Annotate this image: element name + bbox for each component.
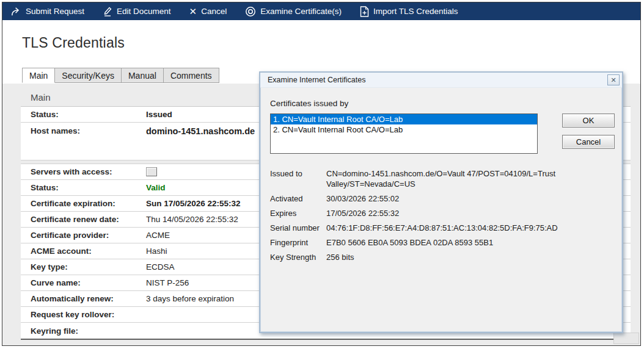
detail-value: 17/05/2026 22:55:32	[326, 208, 399, 218]
certificate-list-item[interactable]: 1. CN=Vault Internal Root CA/O=Lab	[271, 114, 537, 124]
field-label: ACME account:	[21, 246, 146, 256]
detail-label: Key Strength	[270, 252, 326, 262]
field-value: Issued	[146, 110, 172, 119]
certificate-listbox[interactable]: 1. CN=Vault Internal Root CA/O=Lab 2. CN…	[270, 113, 538, 154]
field-label: Certificate provider:	[21, 231, 146, 240]
servers-with-access-picker-button[interactable]	[146, 167, 157, 176]
examine-internet-certificates-dialog: Examine Internet Certificates ✕ Certific…	[259, 71, 623, 333]
dialog-title: Examine Internet Certificates	[268, 76, 607, 84]
detail-label: Activated	[270, 193, 326, 204]
field-label: Status:	[21, 110, 146, 119]
detail-row-activated: Activated 30/03/2026 22:55:02	[270, 193, 612, 204]
detail-value: 256 bits	[326, 252, 354, 262]
detail-label: Issued to	[270, 168, 326, 189]
import-tls-credentials-button[interactable]: Import TLS Credentials	[360, 6, 458, 17]
toolbar-item-label: Import TLS Credentials	[373, 7, 458, 16]
certificate-details: Issued to CN=domino-1451.nashcom.de/O=Va…	[270, 168, 612, 262]
tab-comments[interactable]: Comments	[164, 68, 219, 83]
field-value: 3 days before expiration	[146, 294, 234, 303]
field-value: ECDSA	[146, 262, 175, 272]
scrollbar-corner	[613, 333, 639, 344]
detail-value: E7B0 5606 EB0A 5093 BDEA 02DA 8593 55B1	[326, 237, 493, 248]
toolbar-item-label: Cancel	[201, 7, 227, 16]
detail-value: 04:76:1F:D8:FF:56:E7:A4:D8:87:51:AC:13:0…	[326, 223, 558, 233]
app-window: Submit Request Edit Document ✕ Cancel Ex…	[2, 2, 641, 346]
dialog-button-column: OK Cancel	[562, 113, 615, 149]
cancel-button[interactable]: ✕ Cancel	[189, 7, 227, 16]
field-label: Key type:	[21, 262, 146, 272]
detail-value: 30/03/2026 22:55:02	[326, 193, 399, 204]
ok-button[interactable]: OK	[562, 113, 615, 128]
field-value: Hashi	[146, 246, 167, 256]
tab-security-keys[interactable]: Security/Keys	[55, 68, 122, 83]
field-label: Certificate expiration:	[21, 199, 146, 208]
examine-circle-icon	[245, 6, 256, 17]
field-label: Request key rollover:	[21, 310, 146, 319]
toolbar-item-label: Edit Document	[117, 7, 171, 16]
dialog-body: Certificates issued by 1. CN=Vault Inter…	[260, 88, 622, 332]
import-document-icon	[360, 6, 369, 17]
field-label: Status:	[21, 183, 146, 192]
dialog-titlebar[interactable]: Examine Internet Certificates ✕	[260, 73, 622, 88]
detail-row-key-strength: Key Strength 256 bits	[270, 252, 612, 262]
field-label: Host names:	[21, 123, 146, 135]
field-label: Curve name:	[21, 278, 146, 287]
field-value: Thu 14/05/2026 22:55:32	[146, 215, 238, 224]
detail-label: Fingerprint	[270, 237, 326, 248]
detail-row-issued-to: Issued to CN=domino-1451.nashcom.de/O=Va…	[270, 168, 612, 189]
tab-manual[interactable]: Manual	[122, 68, 164, 83]
field-value: ACME	[146, 231, 170, 240]
detail-row-serial-number: Serial number 04:76:1F:D8:FF:56:E7:A4:D8…	[270, 223, 612, 233]
certificate-list-item[interactable]: 2. CN=Vault Internal Root CA/O=Lab	[271, 124, 537, 135]
cancel-x-icon: ✕	[189, 7, 197, 16]
field-label: Certificate renew date:	[21, 215, 146, 224]
examine-certificates-button[interactable]: Examine Certificate(s)	[245, 6, 342, 17]
toolbar-item-label: Examine Certificate(s)	[260, 7, 342, 16]
cancel-dialog-button[interactable]: Cancel	[562, 135, 615, 149]
page-title: TLS Credentials	[22, 35, 640, 51]
field-value: NIST P-256	[146, 278, 189, 287]
edit-pencil-icon	[103, 6, 112, 16]
detail-row-expires: Expires 17/05/2026 22:55:32	[270, 208, 612, 218]
action-toolbar: Submit Request Edit Document ✕ Cancel Ex…	[2, 2, 640, 20]
detail-row-fingerprint: Fingerprint E7B0 5606 EB0A 5093 BDEA 02D…	[270, 237, 612, 248]
field-label: Automatically renew:	[21, 294, 146, 303]
submit-arrow-icon	[10, 7, 21, 16]
toolbar-item-label: Submit Request	[26, 7, 84, 16]
field-label: Keyring file:	[21, 326, 146, 336]
field-value: domino-1451.nashcom.de	[146, 123, 255, 136]
certificates-issued-by-label: Certificates issued by	[270, 99, 612, 108]
dialog-close-icon[interactable]: ✕	[607, 74, 620, 85]
detail-value: CN=domino-1451.nashcom.de/O=Vault 47/POS…	[326, 168, 563, 189]
edit-document-button[interactable]: Edit Document	[103, 6, 171, 16]
tab-main[interactable]: Main	[22, 68, 55, 83]
detail-label: Serial number	[270, 223, 326, 233]
detail-label: Expires	[270, 208, 326, 218]
field-value: Sun 17/05/2026 22:55:32	[146, 199, 241, 208]
submit-request-button[interactable]: Submit Request	[10, 7, 84, 16]
status-valid-value: Valid	[146, 183, 166, 192]
field-label: Servers with access:	[21, 167, 146, 176]
